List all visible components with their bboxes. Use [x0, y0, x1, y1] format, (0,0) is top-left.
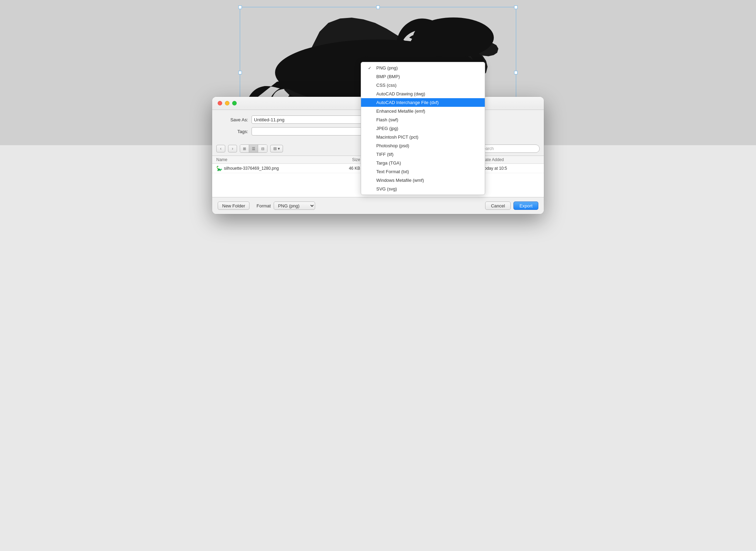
back-button[interactable]: ‹	[216, 145, 225, 152]
dropdown-arrow-icon: ▾	[278, 146, 280, 151]
bottom-bar: New Folder Format PNG (png) Cancel Expor…	[212, 197, 544, 214]
format-menu-item[interactable]: Flash (swf)	[361, 115, 485, 124]
format-option-label: AutoCAD Drawing (dwg)	[376, 91, 425, 96]
save-as-input[interactable]	[252, 115, 369, 124]
minimize-button[interactable]	[225, 101, 229, 105]
gallery-icon: ⊞	[273, 146, 277, 151]
file-icon: 🦕	[216, 166, 222, 171]
format-option-label: BMP (BMP)	[376, 74, 400, 79]
chevron-left-icon: ‹	[220, 146, 221, 151]
export-label: Export	[519, 203, 532, 208]
column-view-button[interactable]: ⊟	[258, 145, 267, 152]
save-dialog: Save As: ⌃ Tags: ‹ › ⊞ ☰ ⊟	[212, 97, 544, 214]
format-dropdown-menu: ✓PNG (png)BMP (BMP)CSS (css)AutoCAD Draw…	[361, 62, 485, 195]
format-menu-item[interactable]: SVG (svg)	[361, 185, 485, 193]
file-name: silhouette-3376469_1280.png	[224, 166, 279, 171]
format-menu-item[interactable]: TIFF (tif)	[361, 150, 485, 159]
view-buttons: ⊞ ☰ ⊟	[240, 144, 267, 153]
format-option-label: Text Format (txt)	[376, 169, 409, 174]
format-option-label: Targa (TGA)	[376, 160, 401, 166]
column-header-name[interactable]: Name	[216, 157, 331, 162]
format-menu-item[interactable]: Photoshop (psd)	[361, 141, 485, 150]
format-option-label: Windows Metafile (wmf)	[376, 178, 424, 183]
cancel-button[interactable]: Cancel	[485, 202, 511, 210]
format-menu-item[interactable]: Targa (TGA)	[361, 159, 485, 167]
checkmark-icon: ✓	[368, 66, 374, 71]
format-select[interactable]: PNG (png)	[274, 202, 315, 210]
format-option-label: Photoshop (psd)	[376, 143, 409, 148]
format-option-label: AutoCAD Interchange File (dxf)	[376, 100, 439, 105]
icon-view-button[interactable]: ⊞	[240, 145, 249, 152]
save-as-label: Save As:	[220, 117, 248, 122]
new-folder-button[interactable]: New Folder	[218, 202, 249, 210]
format-menu-item[interactable]: CSS (css)	[361, 81, 485, 90]
format-menu-item[interactable]: BMP (BMP)	[361, 72, 485, 81]
forward-button[interactable]: ›	[228, 145, 237, 152]
gallery-button[interactable]: ⊞ ▾	[270, 145, 283, 152]
format-menu-item[interactable]: ✓PNG (png)	[361, 64, 485, 72]
action-buttons: Cancel Export	[485, 202, 538, 210]
cancel-label: Cancel	[491, 203, 505, 208]
list-view-button[interactable]: ☰	[249, 145, 258, 152]
format-option-label: JPEG (jpg)	[376, 126, 398, 131]
format-menu-item[interactable]: Macintosh PICT (pct)	[361, 133, 485, 141]
list-icon: ☰	[252, 147, 255, 151]
format-menu-item[interactable]: AutoCAD Drawing (dwg)	[361, 90, 485, 98]
format-menu-item[interactable]: AutoCAD Interchange File (dxf)	[361, 98, 485, 107]
export-button[interactable]: Export	[513, 202, 538, 210]
format-menu-item[interactable]: Windows Metafile (wmf)	[361, 176, 485, 185]
file-date-added: Today at 10:5	[482, 166, 540, 171]
format-option-label: PNG (png)	[376, 65, 398, 71]
tags-label: Tags:	[220, 129, 248, 134]
tags-input[interactable]	[252, 127, 369, 136]
format-option-label: SVG (svg)	[376, 186, 397, 192]
format-menu-item[interactable]: Enhanced Metafile (emf)	[361, 107, 485, 115]
maximize-button[interactable]	[232, 101, 237, 105]
close-button[interactable]	[218, 101, 222, 105]
format-option-label: Flash (swf)	[376, 117, 398, 122]
format-menu-item[interactable]: JPEG (jpg)	[361, 124, 485, 133]
format-option-label: TIFF (tif)	[376, 152, 394, 157]
format-option-label: Enhanced Metafile (emf)	[376, 109, 425, 114]
format-row: Format PNG (png)	[256, 202, 485, 210]
file-name-cell: 🦕 silhouette-3376469_1280.png	[216, 166, 331, 171]
columns-icon: ⊟	[261, 147, 264, 151]
grid-icon: ⊞	[243, 147, 246, 151]
new-folder-label: New Folder	[222, 203, 245, 208]
chevron-right-icon: ›	[232, 146, 233, 151]
format-label: Format	[256, 203, 271, 208]
format-menu-item[interactable]: Text Format (txt)	[361, 167, 485, 176]
format-option-label: Macintosh PICT (pct)	[376, 134, 418, 140]
format-option-label: CSS (css)	[376, 83, 397, 88]
column-header-added[interactable]: Date Added	[482, 157, 540, 162]
